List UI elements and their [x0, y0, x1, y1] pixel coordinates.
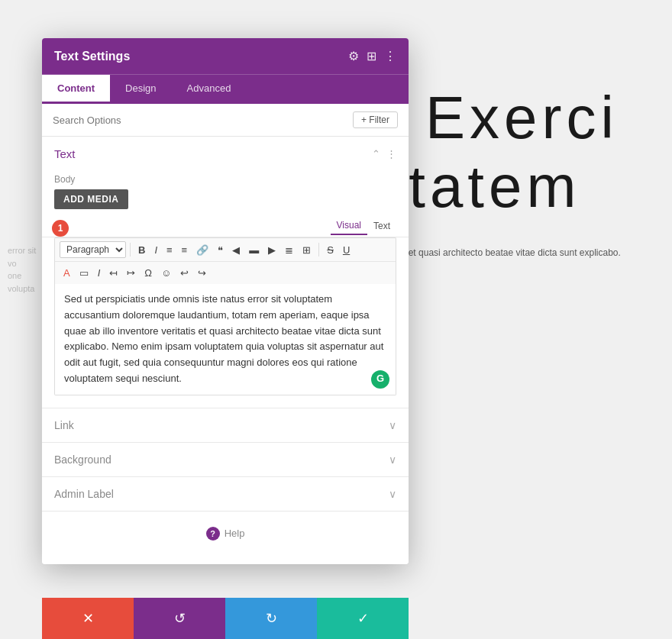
step-badge: 1: [52, 220, 69, 237]
search-input[interactable]: [53, 115, 353, 126]
ol-button[interactable]: ≡: [178, 242, 192, 258]
link-label: Link: [54, 419, 74, 431]
blockquote-button[interactable]: ❝: [214, 242, 227, 258]
help-label[interactable]: Help: [225, 528, 245, 539]
table-button[interactable]: ⊞: [299, 242, 315, 258]
emoji-button[interactable]: ☺: [157, 265, 175, 281]
modal-header-icons: ⚙ ⊞ ⋮: [348, 49, 396, 63]
modal-footer: ✕ ↺ ↻ ✓: [42, 598, 409, 639]
admin-label-label: Admin Label: [54, 488, 114, 500]
left-sidebar-partial: error sit vo one volupta: [8, 244, 46, 295]
link-button[interactable]: 🔗: [192, 242, 212, 258]
tab-design[interactable]: Design: [110, 75, 171, 104]
modal-body: Text ⌃ ⋮ Body ADD MEDIA Visual Text Para: [42, 137, 409, 564]
text-section-header[interactable]: Text ⌃ ⋮: [42, 137, 409, 171]
link-section[interactable]: Link ∨: [42, 408, 409, 443]
collapse-icon[interactable]: ⌃: [372, 148, 380, 160]
background-chevron: ∨: [389, 453, 396, 466]
text-section: Text ⌃ ⋮ Body ADD MEDIA Visual Text Para: [42, 137, 409, 408]
search-bar: + Filter: [42, 104, 409, 137]
toolbar-row2: A ▭ I ↤ ↦ Ω ☺ ↩ ↪: [55, 262, 396, 284]
body-label: Body: [42, 171, 409, 189]
background-section[interactable]: Background ∨: [42, 443, 409, 477]
help-section: ? Help: [42, 512, 409, 556]
align-justify-button[interactable]: ≣: [281, 242, 297, 258]
redo-button[interactable]: ↻: [225, 598, 317, 639]
font-bg-button[interactable]: ▭: [76, 265, 92, 281]
font-style-button[interactable]: I: [94, 265, 105, 281]
bold-button[interactable]: B: [134, 242, 149, 258]
visual-toggle-button[interactable]: Visual: [331, 217, 367, 235]
tab-advanced[interactable]: Advanced: [172, 75, 247, 104]
add-media-button[interactable]: ADD MEDIA: [54, 189, 128, 209]
text-settings-modal: Text Settings ⚙ ⊞ ⋮ Content Design Advan…: [42, 38, 409, 564]
admin-label-section[interactable]: Admin Label ∨: [42, 477, 409, 512]
redo-editor-button[interactable]: ↪: [194, 265, 210, 281]
more-section-icon[interactable]: ⋮: [386, 148, 396, 160]
modal-title: Text Settings: [54, 50, 130, 63]
toolbar-sep-1: [130, 243, 131, 257]
save-button[interactable]: ✓: [317, 598, 409, 639]
admin-label-chevron: ∨: [389, 488, 396, 500]
modal-tabs: Content Design Advanced: [42, 74, 409, 104]
undo-button[interactable]: ↺: [134, 598, 225, 639]
font-color-button[interactable]: A: [60, 265, 74, 281]
add-media-bar: ADD MEDIA: [42, 189, 409, 215]
grammarly-button[interactable]: G: [371, 370, 389, 389]
paragraph-select[interactable]: Paragraph: [60, 241, 126, 258]
link-chevron: ∨: [389, 419, 396, 431]
filter-button[interactable]: + Filter: [353, 111, 398, 128]
cancel-button[interactable]: ✕: [42, 598, 134, 639]
background-label: Background: [54, 453, 111, 466]
expand-icon[interactable]: ⊞: [367, 49, 376, 63]
editor-text: Sed ut perspiciatis unde omnis iste natu…: [64, 293, 383, 384]
indent-right-button[interactable]: ↦: [123, 265, 139, 281]
settings-icon[interactable]: ⚙: [348, 49, 359, 63]
editor-toolbar: Paragraph B I ≡ ≡ 🔗 ❝ ◀ ▬ ▶ ≣ ⊞ S U: [54, 237, 396, 284]
modal-header: Text Settings ⚙ ⊞ ⋮: [42, 38, 409, 74]
italic-button[interactable]: I: [150, 242, 161, 258]
text-section-title: Text: [54, 147, 76, 160]
strikethrough-button[interactable]: S: [323, 242, 338, 258]
tab-content[interactable]: Content: [42, 75, 110, 104]
align-right-button[interactable]: ▶: [264, 242, 279, 258]
toolbar-sep-2: [318, 243, 319, 257]
text-toggle-button[interactable]: Text: [367, 218, 396, 234]
undo-editor-button[interactable]: ↩: [176, 265, 192, 281]
help-icon[interactable]: ?: [206, 527, 220, 541]
editor-content[interactable]: Sed ut perspiciatis unde omnis iste natu…: [54, 284, 396, 395]
visual-text-toggle: Visual Text: [42, 215, 409, 237]
align-left-button[interactable]: ◀: [228, 242, 244, 258]
underline-button[interactable]: U: [339, 242, 354, 258]
align-center-button[interactable]: ▬: [245, 242, 263, 258]
special-chars-button[interactable]: Ω: [141, 265, 156, 281]
more-icon[interactable]: ⋮: [384, 49, 396, 63]
text-section-icons: ⌃ ⋮: [372, 148, 396, 160]
ul-button[interactable]: ≡: [163, 242, 176, 258]
indent-left-button[interactable]: ↤: [105, 265, 121, 281]
toolbar-row1: Paragraph B I ≡ ≡ 🔗 ❝ ◀ ▬ ▶ ≣ ⊞ S U: [55, 238, 396, 262]
